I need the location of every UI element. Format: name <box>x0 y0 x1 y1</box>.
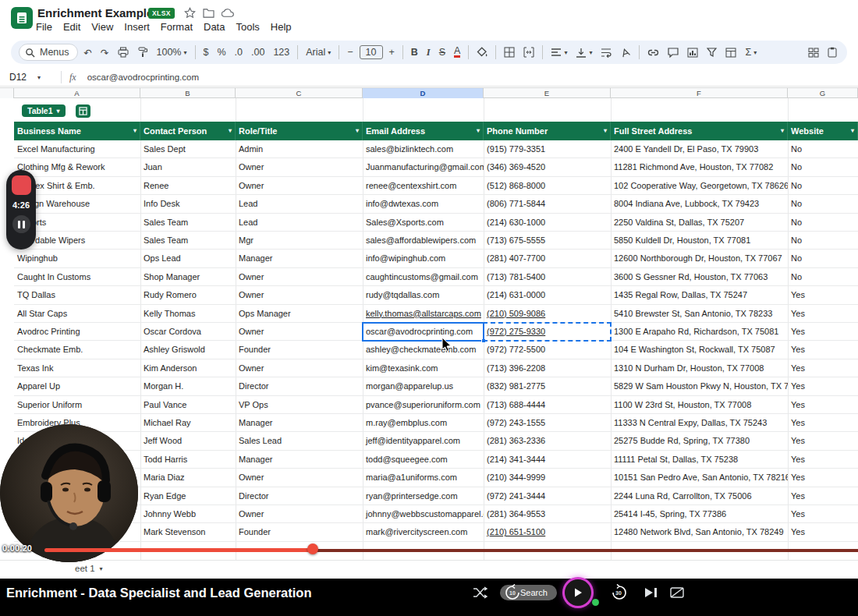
text-wrap-button[interactable] <box>598 46 614 59</box>
cell[interactable]: Owner <box>236 505 363 522</box>
column-header-F[interactable]: F <box>611 88 788 98</box>
insert-chart-button[interactable] <box>685 46 700 59</box>
filter-chevron-icon[interactable]: ▾ <box>851 122 854 140</box>
cell[interactable]: No <box>788 158 858 175</box>
cell[interactable]: All Star Caps <box>14 305 140 322</box>
cell[interactable]: Director <box>236 377 363 395</box>
cell[interactable]: 102 Cooperative Way, Georgetown, TX 7862… <box>611 177 788 194</box>
cell[interactable]: (713) 396-2208 <box>484 359 611 377</box>
cell[interactable]: johnny@webbscustomapparel.com <box>363 505 484 522</box>
toolbar-more-button[interactable] <box>825 45 839 59</box>
cell[interactable]: Sales Team <box>140 214 236 231</box>
cell[interactable]: Owner <box>236 177 363 194</box>
undo-button[interactable]: ↶ <box>82 45 94 60</box>
cell[interactable]: No <box>788 195 858 212</box>
cell[interactable]: No <box>788 140 858 158</box>
pause-recording-button[interactable] <box>12 215 30 233</box>
cell[interactable]: 1310 N Durham Dr, Houston, TX 77008 <box>611 359 788 377</box>
column-header-C[interactable]: C <box>236 88 363 98</box>
cell[interactable]: 25414 I-45, Spring, TX 77386 <box>611 505 788 522</box>
cell[interactable]: Yes <box>788 469 858 486</box>
cell[interactable]: (214) 630-1000 <box>484 214 611 231</box>
cell[interactable]: caughtincustoms@gmail.com <box>363 268 484 285</box>
cell[interactable]: (210) 651-5100 <box>484 523 611 540</box>
cell[interactable]: Yes <box>788 305 858 322</box>
cell[interactable]: Director <box>236 487 363 504</box>
sheet-gridlines-button[interactable] <box>806 46 821 59</box>
cell[interactable]: Lead <box>236 214 363 231</box>
cell[interactable]: Yes <box>788 414 858 431</box>
document-title[interactable]: Enrichment Example <box>37 6 153 19</box>
cell[interactable]: Yes <box>788 377 858 395</box>
cell[interactable]: No <box>788 250 858 267</box>
captions-off-icon[interactable] <box>669 586 685 602</box>
vertical-align-button[interactable]: ▾ <box>573 46 594 59</box>
cell[interactable]: (210) 509-9086 <box>484 305 611 322</box>
cell[interactable]: Superior Uniform <box>14 396 140 413</box>
cell[interactable]: info@wipinghub.com <box>363 250 484 267</box>
print-button[interactable] <box>115 45 131 59</box>
column-header-full-street-address[interactable]: Full Street Address▾ <box>611 122 788 140</box>
text-rotation-button[interactable] <box>618 46 633 59</box>
cell[interactable]: Checkmate Emb. <box>14 341 140 358</box>
cell[interactable]: (281) 407-7700 <box>484 250 611 267</box>
filter-chevron-icon[interactable]: ▾ <box>229 122 232 140</box>
cell[interactable]: Clothing Mfg & Rework <box>14 158 140 175</box>
cell[interactable]: Manager <box>236 414 363 431</box>
name-box[interactable]: D12 ▾ <box>0 72 61 83</box>
cell[interactable]: Ops Manager <box>236 305 363 322</box>
column-header-website[interactable]: Website▾ <box>788 122 858 140</box>
menu-file[interactable]: File <box>36 21 52 33</box>
next-video-icon[interactable] <box>644 587 658 601</box>
font-select[interactable]: Arial▾ <box>303 45 333 59</box>
cell[interactable]: Caught In Customs <box>14 268 140 285</box>
cell[interactable]: Info Desk <box>140 195 236 212</box>
cell[interactable]: 1300 E Arapaho Rd, Richardson, TX 75081 <box>611 323 788 340</box>
bold-button[interactable]: B <box>409 45 420 59</box>
cell[interactable]: Michael Ray <box>140 414 236 431</box>
cell[interactable]: (281) 363-2336 <box>484 432 611 449</box>
menu-data[interactable]: Data <box>204 21 225 33</box>
cell[interactable]: (281) 364-9553 <box>484 505 611 522</box>
cell[interactable]: kelly.thomas@allstarcaps.com <box>363 305 484 322</box>
column-header-G[interactable]: G <box>788 88 858 98</box>
format-currency-button[interactable]: $ <box>201 45 211 59</box>
sheet-tab[interactable]: eet 1 ▾ <box>75 564 103 573</box>
shuffle-icon[interactable] <box>473 586 488 602</box>
cell[interactable]: Kelly Thomas <box>140 305 236 322</box>
cell[interactable]: 11333 N Central Expy, Dallas, TX 75243 <box>611 414 788 431</box>
cell[interactable]: Owner <box>236 323 363 340</box>
cell[interactable]: 2244 Luna Rd, Carrollton, TX 75006 <box>611 487 788 504</box>
cell[interactable]: (713) 675-5555 <box>484 232 611 249</box>
cell[interactable]: (346) 369-4520 <box>484 158 611 175</box>
filter-chevron-icon[interactable]: ▾ <box>781 122 784 140</box>
cell[interactable]: 12480 Network Blvd, San Antonio, TX 7824… <box>611 523 788 540</box>
cell[interactable]: No <box>788 177 858 194</box>
skip-forward-30-button[interactable]: 30 <box>611 584 628 604</box>
cell[interactable]: Juan <box>140 158 236 175</box>
cell[interactable]: (210) 344-9999 <box>484 469 611 486</box>
cell[interactable]: Yes <box>788 323 858 340</box>
cell[interactable]: Yes <box>788 359 858 377</box>
cell[interactable]: Sales Lead <box>236 432 363 449</box>
cell[interactable]: morgan@apparelup.us <box>363 377 484 395</box>
cell[interactable]: Ryan Edge <box>140 487 236 504</box>
cell[interactable]: Lead <box>236 195 363 212</box>
column-header-role-title[interactable]: Role/Title▾ <box>236 122 363 140</box>
cell[interactable]: Sales@Xsports.com <box>363 214 484 231</box>
horizontal-align-button[interactable]: ▾ <box>548 46 569 58</box>
table-toggle-icon[interactable] <box>76 104 90 118</box>
text-color-button[interactable]: A <box>452 45 463 59</box>
cell[interactable]: info@dwtexas.com <box>363 195 484 212</box>
cell[interactable]: Morgan H. <box>140 377 236 395</box>
cell[interactable]: Yes <box>788 286 858 303</box>
stop-recording-button[interactable] <box>12 175 31 195</box>
font-size-decrease-button[interactable]: − <box>345 45 355 59</box>
cell[interactable]: Excel Manufacturing <box>14 140 140 158</box>
cell[interactable]: (806) 771-5844 <box>484 195 611 212</box>
cell[interactable]: Todd Harris <box>140 451 236 468</box>
column-header-email-address[interactable]: Email Address▾ <box>363 122 484 140</box>
sheets-logo-icon[interactable] <box>11 7 33 29</box>
cell[interactable]: (713) 781-5400 <box>484 268 611 285</box>
table-name-chip[interactable]: Table1 ▾ <box>22 104 66 117</box>
